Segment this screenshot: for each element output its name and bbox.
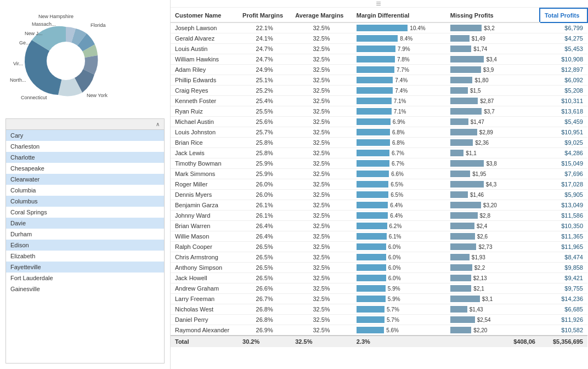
cell-avg: 32.5% [291,33,352,44]
list-item[interactable]: Durham [6,229,164,240]
cell-total: $11,926 [540,315,587,325]
list-item[interactable]: Charlotte [6,152,164,163]
cell-missing: $3,2 [446,22,540,33]
list-item[interactable]: Coral Springs [6,207,164,218]
cell-diff: 6.2% [352,221,446,231]
cell-name: Andrew Graham [171,283,238,294]
cell-total: $6,799 [540,22,587,33]
table-footer: Total30.2%32.5%2.3%$408,06$5,356,695 [171,336,587,347]
cell-name: Daniel Perry [171,315,238,325]
cell-avg: 32.5% [291,221,352,231]
cell-avg: 32.5% [291,54,352,65]
cell-profit: 26.1% [238,211,291,221]
cell-profit: 26.6% [238,283,291,294]
list-item[interactable]: Clearwater [6,174,164,185]
cell-name: Willie Mason [171,231,238,242]
cell-total: $9,858 [540,263,587,273]
cell-total: $14,236 [540,294,587,304]
table-row: Jack Howell26.5%32.5%6.0%$2,13$9,421 [171,273,587,283]
cell-name: Adam Riley [171,65,238,75]
list-item[interactable]: Edison [6,240,164,251]
table-row: Brian Warren26.4%32.5%6.2%$2,4$10,350 [171,221,587,231]
list-header[interactable]: ∧ [5,118,165,130]
table-row: Daniel Perry26.8%32.5%5.7%$2,54$11,926 [171,315,587,325]
cell-profit: 25.8% [238,148,291,158]
cell-profit: 26.8% [238,304,291,315]
cell-name: Brian Rice [171,138,238,148]
cell-avg: 32.5% [291,242,352,252]
cell-total: $4,286 [540,148,587,158]
table-row: Phillip Edwards25.1%32.5%7.4%$1,80$6,092 [171,75,587,86]
cell-name: Chris Armstrong [171,252,238,263]
cell-total: $13,618 [540,106,587,117]
table-row: Roger Miller26.0%32.5%6.5%$4,3$17,028 [171,179,587,190]
cell-missing: $2,87 [446,96,540,106]
cell-avg: 32.5% [291,315,352,325]
cell-profit: 25.1% [238,75,291,86]
cell-missing: $2,54 [446,315,540,325]
list-item[interactable]: Elizabeth [6,251,164,262]
cell-avg: 32.5% [291,127,352,138]
table-row: Dennis Myers26.0%32.5%6.5%$1,46$5,905 [171,190,587,200]
cell-total: $10,582 [540,325,587,336]
cell-diff: 7.4% [352,75,446,86]
cell-profit: 26.0% [238,190,291,200]
left-panel: New Hampshire Massach... New J... Ge... … [0,0,170,369]
cell-missing: $1,93 [446,252,540,263]
cell-name: Dennis Myers [171,190,238,200]
cell-name: Gerald Alvarez [171,33,238,44]
data-table: Customer NameProfit MarginsAverage Margi… [171,8,588,347]
list-item[interactable]: Fort Lauderdale [6,273,164,283]
col-header-diff: Margin Differential [352,8,446,22]
table-row: Mark Simmons25.9%32.5%6.6%$1,95$7,696 [171,169,587,179]
table-row: Raymond Alexander26.9%32.5%5.6%$2,20$10,… [171,325,587,336]
footer-cell-2: 32.5% [291,336,352,347]
table-row: William Hawkins24.7%32.5%7.8%$3,4$10,908 [171,54,587,65]
list-item[interactable]: Chesapeake [6,163,164,174]
cell-missing: $2,13 [446,273,540,283]
cell-avg: 32.5% [291,158,352,169]
cell-name: Louis Johnston [171,127,238,138]
cell-avg: 32.5% [291,294,352,304]
cell-missing: $3,7 [446,106,540,117]
cell-total: $10,311 [540,96,587,106]
cell-missing: $1,1 [446,148,540,158]
cell-diff: 5.9% [352,283,446,294]
cell-diff: 5.9% [352,294,446,304]
svg-point-0 [47,42,85,80]
cell-name: Roger Miller [171,179,238,190]
cell-missing: $1,80 [446,75,540,86]
table-row: Ralph Cooper26.5%32.5%6.0%$2,73$11,965 [171,242,587,252]
cell-total: $11,365 [540,231,587,242]
list-item[interactable]: Cary [6,130,164,141]
drag-dots-icon: ≡ [376,0,382,9]
cell-name: Jack Howell [171,273,238,283]
cell-missing: $3,1 [446,294,540,304]
table-row: Benjamin Garza26.1%32.5%6.4%$3,20$13,049 [171,200,587,211]
col-header-avg: Average Margins [291,8,352,22]
cell-avg: 32.5% [291,169,352,179]
cell-diff: 6.7% [352,148,446,158]
cell-name: Raymond Alexander [171,325,238,336]
cell-total: $8,474 [540,252,587,263]
cell-total: $9,421 [540,273,587,283]
list-item[interactable]: Charleston [6,141,164,152]
cell-diff: 6.5% [352,190,446,200]
footer-cell-1: 30.2% [238,336,291,347]
cell-avg: 32.5% [291,138,352,148]
cell-profit: 24.7% [238,44,291,54]
list-item[interactable]: Gainesville [6,283,164,294]
cell-missing: $1,95 [446,169,540,179]
cell-name: Louis Austin [171,44,238,54]
city-list[interactable]: CaryCharlestonCharlotteChesapeakeClearwa… [5,130,165,364]
cell-name: William Hawkins [171,54,238,65]
cell-diff: 6.6% [352,169,446,179]
cell-avg: 32.5% [291,263,352,273]
cell-profit: 26.9% [238,325,291,336]
list-item[interactable]: Columbia [6,185,164,196]
list-item[interactable]: Columbus [6,196,164,207]
cell-profit: 24.9% [238,65,291,75]
cell-name: Ryan Ruiz [171,106,238,117]
list-item[interactable]: Fayetteville [6,262,164,273]
list-item[interactable]: Davie [6,218,164,229]
